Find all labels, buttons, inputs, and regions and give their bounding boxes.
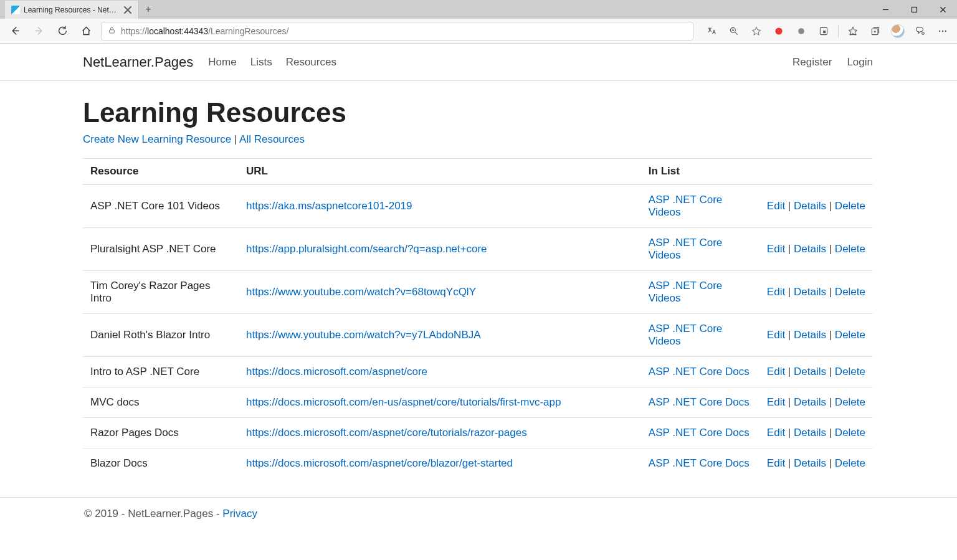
details-link[interactable]: Details xyxy=(794,286,826,298)
cell-actions: Edit | Details | Delete xyxy=(759,387,873,418)
details-link[interactable]: Details xyxy=(794,427,826,439)
details-link[interactable]: Details xyxy=(794,329,826,341)
resource-url-link[interactable]: https://docs.microsoft.com/aspnet/core xyxy=(246,366,427,377)
svg-point-3 xyxy=(775,27,782,34)
cell-inlist: ASP .NET Core Docs xyxy=(641,387,759,418)
zoom-icon[interactable] xyxy=(723,21,745,41)
details-link[interactable]: Details xyxy=(794,366,826,377)
nav-login[interactable]: Login xyxy=(847,56,873,69)
nav-lists[interactable]: Lists xyxy=(250,56,272,69)
edit-link[interactable]: Edit xyxy=(767,427,785,439)
cell-url: https://docs.microsoft.com/aspnet/core xyxy=(239,357,641,387)
inlist-link[interactable]: ASP .NET Core Docs xyxy=(649,427,750,439)
delete-link[interactable]: Delete xyxy=(835,366,865,377)
extension-icon-grey[interactable] xyxy=(791,21,812,41)
inlist-link[interactable]: ASP .NET Core Videos xyxy=(649,237,722,261)
edit-link[interactable]: Edit xyxy=(767,457,785,469)
window-close-button[interactable] xyxy=(928,0,957,19)
table-row: ASP .NET Core 101 Videoshttps://aka.ms/a… xyxy=(83,184,873,228)
cell-inlist: ASP .NET Core Docs xyxy=(641,418,759,448)
site-footer: © 2019 - NetLearner.Pages - Privacy xyxy=(0,497,957,530)
favorites-icon[interactable] xyxy=(842,21,864,41)
delete-link[interactable]: Delete xyxy=(835,396,865,408)
inlist-link[interactable]: ASP .NET Core Docs xyxy=(649,366,750,377)
resource-url-link[interactable]: https://app.pluralsight.com/search/?q=as… xyxy=(246,243,487,255)
edit-link[interactable]: Edit xyxy=(767,243,785,255)
table-row: Razor Pages Docshttps://docs.microsoft.c… xyxy=(83,418,873,448)
url-text: https://localhost:44343/LearningResource… xyxy=(121,26,288,36)
top-action-links: Create New Learning Resource | All Resou… xyxy=(83,133,873,146)
home-button[interactable] xyxy=(75,21,97,41)
edit-link[interactable]: Edit xyxy=(767,200,785,212)
link-separator: | xyxy=(234,133,239,145)
create-new-link[interactable]: Create New Learning Resource xyxy=(83,133,231,145)
resource-url-link[interactable]: https://docs.microsoft.com/aspnet/core/b… xyxy=(246,457,513,469)
table-row: MVC docshttps://docs.microsoft.com/en-us… xyxy=(83,387,873,418)
inlist-link[interactable]: ASP .NET Core Videos xyxy=(649,280,722,304)
resource-url-link[interactable]: https://aka.ms/aspnetcore101-2019 xyxy=(246,200,412,212)
resource-url-link[interactable]: https://docs.microsoft.com/en-us/aspnet/… xyxy=(246,396,561,408)
window-minimize-button[interactable] xyxy=(871,0,900,19)
svg-point-8 xyxy=(922,32,925,34)
more-icon[interactable] xyxy=(932,21,953,41)
inlist-link[interactable]: ASP .NET Core Docs xyxy=(649,457,750,469)
main-content: Learning Resources Create New Learning R… xyxy=(0,81,957,478)
cell-inlist: ASP .NET Core Videos xyxy=(641,271,759,314)
cell-actions: Edit | Details | Delete xyxy=(759,448,873,479)
delete-link[interactable]: Delete xyxy=(835,329,865,341)
th-resource: Resource xyxy=(83,159,239,185)
favorite-star-icon[interactable] xyxy=(746,21,767,41)
translate-icon[interactable] xyxy=(701,21,722,41)
window-titlebar: Learning Resources - NetLearner + xyxy=(0,0,957,19)
window-maximize-button[interactable] xyxy=(900,0,928,19)
details-link[interactable]: Details xyxy=(794,457,826,469)
details-link[interactable]: Details xyxy=(794,200,826,212)
browser-tab[interactable]: Learning Resources - NetLearner xyxy=(5,0,139,19)
details-link[interactable]: Details xyxy=(794,396,826,408)
inlist-link[interactable]: ASP .NET Core Docs xyxy=(649,396,750,408)
inlist-link[interactable]: ASP .NET Core Videos xyxy=(649,194,722,218)
details-link[interactable]: Details xyxy=(794,243,826,255)
reading-view-icon[interactable] xyxy=(813,21,834,41)
inlist-link[interactable]: ASP .NET Core Videos xyxy=(649,323,722,347)
cell-actions: Edit | Details | Delete xyxy=(759,357,873,387)
privacy-link[interactable]: Privacy xyxy=(222,508,257,520)
resources-table: Resource URL In List ASP .NET Core 101 V… xyxy=(83,158,873,478)
th-inlist: In List xyxy=(641,159,759,185)
close-tab-icon[interactable] xyxy=(123,6,132,14)
edit-link[interactable]: Edit xyxy=(767,286,785,298)
forward-button[interactable] xyxy=(27,21,50,41)
edit-link[interactable]: Edit xyxy=(767,366,785,377)
nav-home[interactable]: Home xyxy=(208,56,236,69)
resource-url-link[interactable]: https://www.youtube.com/watch?v=y7LAbdoN… xyxy=(246,329,481,341)
table-row: Tim Corey's Razor Pages Introhttps://www… xyxy=(83,271,873,314)
delete-link[interactable]: Delete xyxy=(835,286,865,298)
collections-icon[interactable] xyxy=(865,21,886,41)
cell-actions: Edit | Details | Delete xyxy=(759,184,873,228)
brand-link[interactable]: NetLearner.Pages xyxy=(83,54,193,70)
toolbar-divider xyxy=(838,25,839,37)
back-button[interactable] xyxy=(4,21,26,41)
refresh-button[interactable] xyxy=(51,21,74,41)
delete-link[interactable]: Delete xyxy=(835,457,865,469)
extension-icon-red[interactable] xyxy=(768,21,789,41)
th-actions xyxy=(759,159,873,185)
nav-register[interactable]: Register xyxy=(793,56,832,69)
delete-link[interactable]: Delete xyxy=(835,427,865,439)
lock-icon xyxy=(108,26,116,36)
new-tab-button[interactable]: + xyxy=(139,0,158,19)
all-resources-link[interactable]: All Resources xyxy=(239,133,305,145)
delete-link[interactable]: Delete xyxy=(835,200,865,212)
cell-url: https://www.youtube.com/watch?v=y7LAbdoN… xyxy=(239,314,641,357)
table-row: Daniel Roth's Blazor Introhttps://www.yo… xyxy=(83,314,873,357)
resource-url-link[interactable]: https://www.youtube.com/watch?v=68towqYc… xyxy=(246,286,476,298)
feedback-icon[interactable] xyxy=(910,21,931,41)
edit-link[interactable]: Edit xyxy=(767,396,785,408)
resource-url-link[interactable]: https://docs.microsoft.com/aspnet/core/t… xyxy=(246,427,527,439)
address-bar[interactable]: https://localhost:44343/LearningResource… xyxy=(101,22,693,40)
edit-link[interactable]: Edit xyxy=(767,329,785,341)
cell-actions: Edit | Details | Delete xyxy=(759,228,873,271)
nav-resources[interactable]: Resources xyxy=(286,56,336,69)
delete-link[interactable]: Delete xyxy=(835,243,865,255)
profile-avatar[interactable] xyxy=(887,21,908,41)
